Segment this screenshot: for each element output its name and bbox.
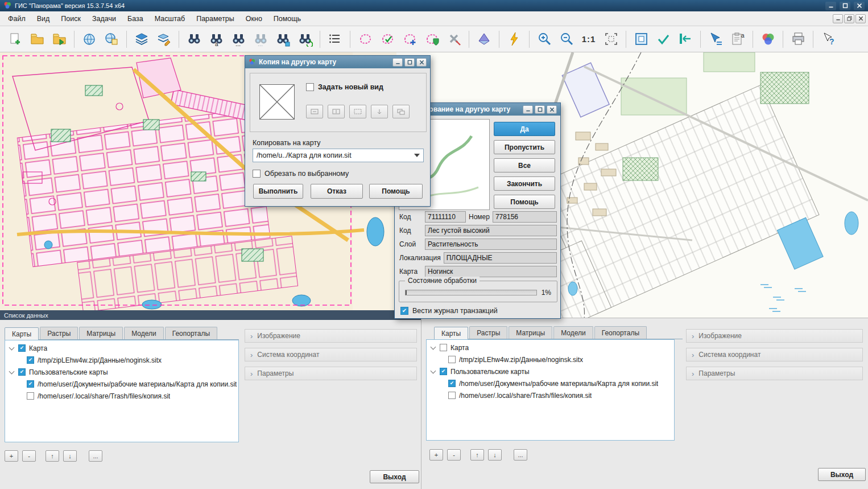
tab-Матрицы[interactable]: Матрицы: [79, 327, 123, 339]
list-icon[interactable]: [325, 29, 345, 50]
checkbox-icon[interactable]: [448, 356, 456, 363]
site-map-icon[interactable]: [101, 29, 122, 50]
search-continue-disabled-icon[interactable]: ...: [250, 29, 271, 50]
mdi-close-button[interactable]: [855, 14, 866, 23]
zoom-in-icon[interactable]: [534, 29, 555, 50]
preview-tool-button-1[interactable]: [306, 105, 323, 118]
expander-down-icon[interactable]: [9, 368, 15, 374]
move-down-button[interactable]: ↓: [488, 449, 502, 461]
tree-item[interactable]: /home/user/.local/share/Trash/files/копи…: [427, 389, 674, 401]
skip-button[interactable]: Пропустить: [494, 140, 555, 154]
tab-Карты[interactable]: Карты: [5, 327, 39, 340]
mdi-restore-button[interactable]: [844, 14, 854, 23]
minimize-button[interactable]: [523, 105, 533, 114]
select-contour-icon[interactable]: [355, 29, 375, 50]
tab-Карты[interactable]: Карты: [434, 327, 468, 339]
expander-down-icon[interactable]: [431, 344, 436, 350]
tree-item[interactable]: Пользовательские карты: [427, 365, 674, 377]
menu-item-4[interactable]: Задачи: [86, 13, 122, 25]
set-new-view-checkbox[interactable]: Задать новый вид: [306, 83, 383, 91]
mdi-minimize-button[interactable]: [833, 14, 843, 23]
tree-item[interactable]: /tmp/zipLEhw4w.zip/Данные/noginsk.sitx: [427, 354, 674, 365]
checkbox-checked-icon[interactable]: [27, 380, 34, 388]
execute-icon[interactable]: [504, 29, 524, 50]
menu-item-8[interactable]: Окно: [240, 13, 268, 25]
move-up-button[interactable]: ↑: [470, 449, 484, 461]
minimize-button[interactable]: [392, 58, 403, 67]
selection-clear-icon[interactable]: [444, 29, 464, 50]
tab-Матрицы[interactable]: Матрицы: [509, 326, 552, 339]
help-button[interactable]: Помощь: [494, 195, 555, 209]
tree-item[interactable]: Карта: [5, 342, 238, 354]
accordion-section[interactable]: ›Изображение: [245, 329, 417, 343]
accordion-section[interactable]: ›Система координат: [245, 348, 417, 361]
preview-tool-button-2[interactable]: [328, 105, 345, 118]
tree-item[interactable]: /home/user/Документы/рабочие материалы/К…: [5, 378, 238, 390]
help-select-icon[interactable]: ?: [818, 29, 838, 50]
object-attributes-icon[interactable]: a: [728, 29, 748, 50]
menu-item-6[interactable]: Масштаб: [149, 13, 191, 25]
copy-dialog-titlebar[interactable]: Копия на другую карту: [245, 56, 430, 68]
object-list-icon[interactable]: [705, 29, 726, 50]
more-button[interactable]: ...: [514, 449, 527, 461]
minimize-button[interactable]: [825, 2, 836, 10]
preview-tool-button-5[interactable]: [392, 105, 410, 118]
menu-item-9[interactable]: Помощь: [268, 13, 307, 25]
maximize-button[interactable]: [535, 105, 545, 114]
palette-icon[interactable]: [758, 29, 778, 50]
tree-item[interactable]: /home/user/.local/share/Trash/files/копи…: [5, 390, 238, 402]
move-up-button[interactable]: ↑: [46, 450, 59, 462]
select-accept-icon[interactable]: [421, 29, 442, 50]
cancel-button[interactable]: Отказ: [311, 184, 363, 199]
checkbox-checked-icon[interactable]: [440, 368, 447, 375]
accordion-section[interactable]: ›Параметры: [245, 367, 417, 380]
tree-item[interactable]: Пользовательские карты: [5, 366, 238, 378]
new-map-icon[interactable]: [5, 29, 25, 50]
search-icon[interactable]: [184, 29, 204, 50]
select-check-icon[interactable]: [377, 29, 398, 50]
layer-edit-icon[interactable]: [154, 29, 174, 50]
tab-Геопорталы[interactable]: Геопорталы: [165, 327, 217, 339]
select-plus-icon[interactable]: [399, 29, 420, 50]
menu-item-5[interactable]: База: [122, 13, 149, 25]
checkbox-icon[interactable]: [448, 392, 456, 399]
zoom-out-icon[interactable]: [556, 29, 577, 50]
help-button[interactable]: Помощь: [369, 184, 423, 199]
tree-item[interactable]: /home/user/Документы/рабочие материалы/К…: [427, 377, 674, 389]
accordion-section[interactable]: ›Система координат: [686, 348, 863, 361]
map-layers-icon[interactable]: [131, 29, 152, 50]
checkbox-checked-icon[interactable]: [18, 368, 26, 376]
add-button[interactable]: +: [429, 449, 443, 461]
journal-checkbox[interactable]: Вести журнал транзакций: [400, 307, 498, 315]
close-button[interactable]: [854, 2, 865, 10]
crop-checkbox[interactable]: Обрезать по выбранному: [253, 170, 349, 178]
tab-Модели[interactable]: Модели: [124, 327, 164, 339]
remove-button[interactable]: -: [447, 449, 461, 461]
expander-down-icon[interactable]: [9, 344, 15, 350]
tab-Растры[interactable]: Растры: [40, 327, 78, 339]
code-field[interactable]: 71111110: [425, 211, 466, 223]
accordion-section[interactable]: ›Изображение: [686, 329, 863, 343]
exit-button[interactable]: Выход: [370, 470, 419, 483]
open-data-icon[interactable]: [49, 29, 69, 50]
yes-button[interactable]: Да: [494, 122, 555, 136]
preview-tool-button-3[interactable]: [349, 105, 366, 118]
maximize-button[interactable]: [404, 58, 415, 67]
maximize-button[interactable]: [840, 2, 850, 10]
checkbox-checked-icon[interactable]: [448, 380, 456, 387]
scale-1-1-label[interactable]: 1:1: [578, 29, 599, 50]
object-code-field[interactable]: Лес густой высокий: [425, 225, 557, 236]
all-button[interactable]: Все: [494, 158, 555, 172]
tree-item[interactable]: Карта: [427, 342, 674, 354]
search-repeat-icon[interactable]: [295, 29, 315, 50]
menu-item-1[interactable]: Файл: [2, 13, 31, 25]
zoom-select-icon[interactable]: [601, 29, 621, 50]
tab-Геопорталы[interactable]: Геопорталы: [594, 326, 647, 339]
add-button[interactable]: +: [5, 450, 18, 462]
geoportal-icon[interactable]: [79, 29, 100, 50]
localization-field[interactable]: ПЛОЩАДНЫЕ: [444, 252, 557, 264]
pan-view-icon[interactable]: [631, 29, 651, 50]
checkbox-icon[interactable]: [440, 344, 447, 351]
number-field[interactable]: 778156: [493, 211, 557, 223]
print-icon[interactable]: [788, 29, 808, 50]
